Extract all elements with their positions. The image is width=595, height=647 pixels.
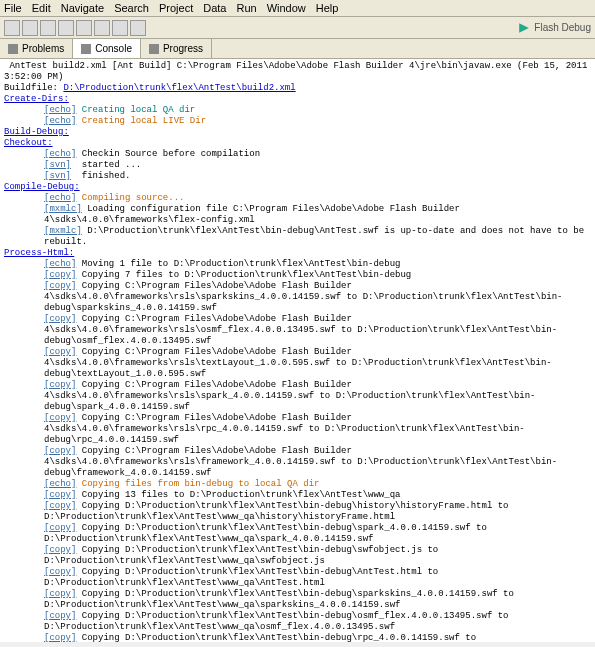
ant-task-tag[interactable]: [copy] bbox=[44, 347, 76, 357]
debug-perspective-label[interactable]: Flash Debug bbox=[534, 22, 591, 33]
ant-task-tag[interactable]: [copy] bbox=[44, 633, 76, 642]
log-text: Creating local QA dir bbox=[82, 105, 195, 115]
log-text: Copying files from bin-debug to local QA… bbox=[82, 479, 320, 489]
ant-task-tag[interactable]: [svn] bbox=[44, 160, 71, 170]
tab-icon bbox=[8, 44, 18, 54]
tab-progress[interactable]: Progress bbox=[141, 39, 212, 58]
ant-target[interactable]: Create-Dirs: bbox=[4, 94, 69, 104]
ant-task-tag[interactable]: [copy] bbox=[44, 413, 76, 423]
log-text: Copying C:\Program Files\Adobe\Adobe Fla… bbox=[44, 281, 562, 313]
menu-help[interactable]: Help bbox=[316, 2, 339, 14]
menu-window[interactable]: Window bbox=[267, 2, 306, 14]
buildfile-link[interactable]: D:\Production\trunk\flex\AntTest\build2.… bbox=[63, 83, 295, 93]
log-text: finished. bbox=[76, 171, 130, 181]
log-text: Copying 13 files to D:\Production\trunk\… bbox=[82, 490, 401, 500]
tab-icon bbox=[81, 44, 91, 54]
log-text: Copying C:\Program Files\Adobe\Adobe Fla… bbox=[44, 380, 535, 412]
buildfile-label: Buildfile: bbox=[4, 83, 63, 93]
log-text: Copying D:\Production\trunk\flex\AntTest… bbox=[44, 545, 444, 566]
console-output[interactable]: AntTest build2.xml [Ant Build] C:\Progra… bbox=[0, 59, 595, 642]
log-text: Copying D:\Production\trunk\flex\AntTest… bbox=[44, 567, 444, 588]
log-text: Compiling source... bbox=[82, 193, 185, 203]
tab-console[interactable]: Console bbox=[73, 39, 141, 58]
log-text: Copying D:\Production\trunk\flex\AntTest… bbox=[44, 589, 519, 610]
ant-target[interactable]: Build-Debug: bbox=[4, 127, 69, 137]
menu-data[interactable]: Data bbox=[203, 2, 226, 14]
toolbar-button[interactable] bbox=[4, 20, 20, 36]
menu-edit[interactable]: Edit bbox=[32, 2, 51, 14]
ant-task-tag[interactable]: [copy] bbox=[44, 270, 76, 280]
menu-file[interactable]: File bbox=[4, 2, 22, 14]
ant-target[interactable]: Process-Html: bbox=[4, 248, 74, 258]
log-text: Copying C:\Program Files\Adobe\Adobe Fla… bbox=[44, 446, 557, 478]
header-line: AntTest build2.xml [Ant Build] C:\Progra… bbox=[4, 61, 593, 82]
ant-task-tag[interactable]: [echo] bbox=[44, 105, 76, 115]
ant-task-tag[interactable]: [copy] bbox=[44, 523, 76, 533]
log-text: Copying D:\Production\trunk\flex\AntTest… bbox=[44, 501, 514, 522]
tab-label: Problems bbox=[22, 43, 64, 54]
ant-task-tag[interactable]: [copy] bbox=[44, 589, 76, 599]
ant-target[interactable]: Checkout: bbox=[4, 138, 53, 148]
run-icon[interactable] bbox=[518, 22, 530, 34]
ant-task-tag[interactable]: [echo] bbox=[44, 259, 76, 269]
log-text: Moving 1 file to D:\Production\trunk\fle… bbox=[82, 259, 401, 269]
ant-task-tag[interactable]: [echo] bbox=[44, 479, 76, 489]
log-text: Copying D:\Production\trunk\flex\AntTest… bbox=[44, 611, 514, 632]
toolbar-button[interactable] bbox=[94, 20, 110, 36]
svg-marker-0 bbox=[519, 23, 529, 33]
ant-task-tag[interactable]: [copy] bbox=[44, 567, 76, 577]
menu-navigate[interactable]: Navigate bbox=[61, 2, 104, 14]
ant-task-tag[interactable]: [echo] bbox=[44, 193, 76, 203]
toolbar-button[interactable] bbox=[22, 20, 38, 36]
tab-problems[interactable]: Problems bbox=[0, 39, 73, 58]
ant-task-tag[interactable]: [copy] bbox=[44, 490, 76, 500]
menu-project[interactable]: Project bbox=[159, 2, 193, 14]
ant-task-tag[interactable]: [copy] bbox=[44, 281, 76, 291]
ant-task-tag[interactable]: [copy] bbox=[44, 314, 76, 324]
menubar: FileEditNavigateSearchProjectDataRunWind… bbox=[0, 0, 595, 17]
log-text: Checkin Source before compilation bbox=[82, 149, 260, 159]
ant-task-tag[interactable]: [svn] bbox=[44, 171, 71, 181]
toolbar-button[interactable] bbox=[76, 20, 92, 36]
toolbar-button[interactable] bbox=[40, 20, 56, 36]
log-text: Copying C:\Program Files\Adobe\Adobe Fla… bbox=[44, 314, 557, 346]
log-text: started ... bbox=[76, 160, 141, 170]
tab-label: Progress bbox=[163, 43, 203, 54]
tab-icon bbox=[149, 44, 159, 54]
toolbar: Flash Debug bbox=[0, 17, 595, 39]
toolbar-button[interactable] bbox=[112, 20, 128, 36]
ant-task-tag[interactable]: [copy] bbox=[44, 501, 76, 511]
log-text: Loading configuration file C:\Program Fi… bbox=[44, 204, 465, 225]
log-text: D:\Production\trunk\flex\AntTest\bin-deb… bbox=[44, 226, 590, 247]
log-text: Copying C:\Program Files\Adobe\Adobe Fla… bbox=[44, 413, 525, 445]
tab-bar: ProblemsConsoleProgress bbox=[0, 39, 595, 59]
ant-task-tag[interactable]: [copy] bbox=[44, 380, 76, 390]
ant-task-tag[interactable]: [copy] bbox=[44, 446, 76, 456]
tab-label: Console bbox=[95, 43, 132, 54]
menu-run[interactable]: Run bbox=[236, 2, 256, 14]
log-text: Copying C:\Program Files\Adobe\Adobe Fla… bbox=[44, 347, 552, 379]
toolbar-button[interactable] bbox=[130, 20, 146, 36]
ant-task-tag[interactable]: [copy] bbox=[44, 611, 76, 621]
ant-task-tag[interactable]: [mxmlc] bbox=[44, 204, 82, 214]
ant-task-tag[interactable]: [echo] bbox=[44, 116, 76, 126]
menu-search[interactable]: Search bbox=[114, 2, 149, 14]
log-text: Copying D:\Production\trunk\flex\AntTest… bbox=[44, 523, 492, 544]
ant-task-tag[interactable]: [echo] bbox=[44, 149, 76, 159]
log-text: Creating local LIVE Dir bbox=[82, 116, 206, 126]
ant-task-tag[interactable]: [mxmlc] bbox=[44, 226, 82, 236]
log-text: Copying 7 files to D:\Production\trunk\f… bbox=[82, 270, 411, 280]
log-text: Copying D:\Production\trunk\flex\AntTest… bbox=[44, 633, 481, 642]
ant-target[interactable]: Compile-Debug: bbox=[4, 182, 80, 192]
toolbar-button[interactable] bbox=[58, 20, 74, 36]
ant-task-tag[interactable]: [copy] bbox=[44, 545, 76, 555]
